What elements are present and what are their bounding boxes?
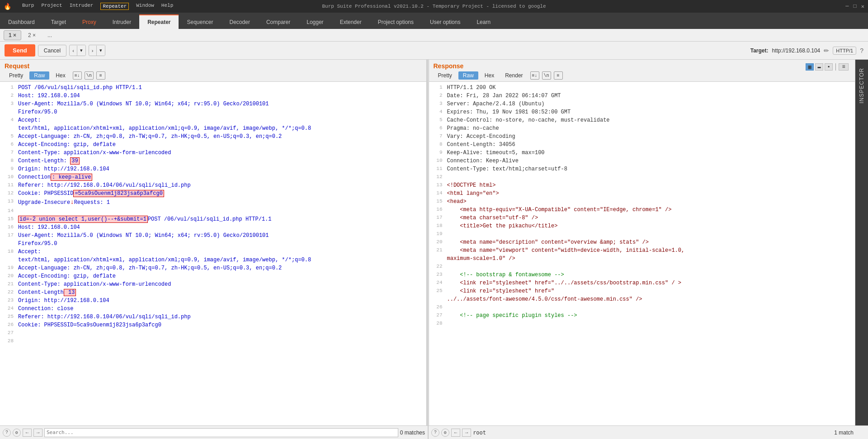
- req-line-20: 20 Accept-Encoding: gzip, deflate: [0, 272, 426, 280]
- request-code-area[interactable]: 1 POST /06/vul/sqli/sqli_id.php HTTP/1.1…: [0, 82, 426, 425]
- send-button[interactable]: Send: [5, 44, 35, 57]
- resp-nav-forward-icon[interactable]: →: [462, 429, 471, 437]
- menu-help[interactable]: Help: [161, 3, 173, 10]
- maximize-button[interactable]: □: [854, 3, 857, 10]
- view-vertical-icon[interactable]: ▪: [825, 63, 833, 71]
- resp-line-15: 15 <head>: [429, 198, 855, 206]
- sub-tab-2[interactable]: 2 ×: [23, 30, 41, 40]
- inspector-panel: INSPECTOR: [855, 60, 868, 425]
- req-line-17: 17 User-Agent: Mozilla/5.0 (Windows NT 1…: [0, 231, 426, 240]
- menu-window[interactable]: Window: [136, 3, 154, 10]
- req-line-10: 10 Connection: keep-alive: [0, 173, 426, 181]
- nav-forward-dropdown-button[interactable]: ▾: [97, 45, 105, 56]
- window-controls: ─ □ ✕: [845, 3, 864, 10]
- target-label: Target:: [750, 47, 769, 54]
- close-button[interactable]: ✕: [861, 3, 864, 10]
- req-nav-forward-icon[interactable]: →: [33, 429, 42, 437]
- request-icon-newline[interactable]: \n: [85, 71, 94, 80]
- response-editor-tabs: Pretty Raw Hex Render ≡↓ \n ≡: [434, 71, 851, 80]
- request-tab-hex[interactable]: Hex: [51, 71, 70, 80]
- cancel-button[interactable]: Cancel: [38, 45, 66, 57]
- response-tab-hex[interactable]: Hex: [480, 71, 499, 80]
- http-version-badge[interactable]: HTTP/1: [833, 47, 856, 55]
- response-tab-raw[interactable]: Raw: [458, 71, 478, 80]
- tab-repeater[interactable]: Repeater: [139, 14, 179, 29]
- req-line-28: 28: [0, 337, 426, 345]
- req-line-4b: text/html, application/xhtml+xml, applic…: [0, 124, 426, 132]
- menu-repeater[interactable]: Repeater: [100, 3, 129, 10]
- response-tab-pretty[interactable]: Pretty: [434, 71, 457, 80]
- request-tab-pretty[interactable]: Pretty: [5, 71, 28, 80]
- req-line-23: 23 Origin: http://192.168.0.104: [0, 297, 426, 305]
- response-tab-render[interactable]: Render: [500, 71, 527, 80]
- resp-line-17: 17 <meta charset="utf-8" />: [429, 214, 855, 222]
- req-line-7: 7 Content-Type: application/x-www-form-u…: [0, 149, 426, 157]
- nav-back-button[interactable]: ‹: [70, 46, 77, 56]
- view-horizontal-icon[interactable]: ▬: [815, 63, 823, 71]
- req-line-17b: Firefox/95.0: [0, 240, 426, 248]
- req-gear-icon[interactable]: ⚙: [13, 429, 21, 437]
- req-line-19: 19 Accept-Language: zh-CN, zh;q=0.8, zh-…: [0, 264, 426, 272]
- resp-line-20: 20 <meta name="description" content="ove…: [429, 238, 855, 246]
- tab-decoder[interactable]: Decoder: [222, 15, 258, 29]
- view-toggle: ▦ ▬ ▪ ≡: [806, 63, 849, 71]
- menu-intruder[interactable]: Intruder: [70, 3, 94, 10]
- tab-logger[interactable]: Logger: [298, 15, 331, 29]
- help-icon[interactable]: ?: [860, 47, 863, 54]
- sub-tab-1[interactable]: 1 ×: [4, 30, 21, 40]
- tab-intruder[interactable]: Intruder: [104, 15, 139, 29]
- resp-help-icon[interactable]: ?: [431, 429, 439, 437]
- tab-project-options[interactable]: Project options: [370, 15, 422, 29]
- resp-line-22: 22: [429, 263, 855, 271]
- req-line-12: 12 Cookie: PHPSESSID=5ca9sOuenm1j823jsa6…: [0, 189, 426, 198]
- req-line-1: 1 POST /06/vul/sqli/sqli_id.php HTTP/1.1: [0, 84, 426, 92]
- request-icon-wrap[interactable]: ≡↓: [73, 71, 82, 80]
- tab-learn[interactable]: Learn: [468, 15, 499, 29]
- inspector-toggle-icon[interactable]: ≡: [839, 63, 849, 71]
- minimize-button[interactable]: ─: [845, 3, 849, 10]
- response-icon-wrap[interactable]: ≡↓: [530, 71, 539, 80]
- menu-burp[interactable]: Burp: [22, 3, 34, 10]
- tab-target[interactable]: Target: [43, 15, 74, 29]
- tab-sequencer[interactable]: Sequencer: [179, 15, 221, 29]
- req-line-14: 14: [0, 207, 426, 215]
- menu-project[interactable]: Project: [41, 3, 62, 10]
- req-line-22: 22 Content-Length 13: [0, 288, 426, 297]
- tab-extender[interactable]: Extender: [332, 15, 370, 29]
- req-nav-back-icon[interactable]: ←: [23, 429, 32, 437]
- target-info: Target: http://192.168.0.104 ✏ HTTP/1 ?: [750, 47, 863, 55]
- request-tab-raw[interactable]: Raw: [29, 71, 49, 80]
- nav-forward-button[interactable]: ›: [89, 46, 97, 56]
- req-help-icon[interactable]: ?: [3, 429, 11, 437]
- tab-proxy[interactable]: Proxy: [74, 15, 104, 29]
- req-line-5: 5 Accept-Language: zh-CN, zh;q=0.8, zh-T…: [0, 132, 426, 141]
- request-panel-header: Request Pretty Raw Hex ≡↓ \n ≡: [0, 60, 426, 82]
- resp-nav-back-icon[interactable]: ←: [451, 429, 460, 437]
- response-title: Response: [434, 62, 464, 70]
- main-nav: Dashboard Target Proxy Intruder Repeater…: [0, 13, 868, 29]
- req-line-15: 15 id=-2 union select 1,user()--+&submit…: [0, 215, 426, 223]
- request-search-input[interactable]: [44, 428, 398, 437]
- req-line-3: 3 User-Agent: Mozilla/5.0 (Windows NT 10…: [0, 100, 426, 108]
- sub-tab-more[interactable]: ...: [42, 30, 57, 40]
- request-icon-menu[interactable]: ≡: [96, 71, 105, 80]
- nav-back-dropdown-button[interactable]: ▾: [77, 45, 85, 56]
- response-icon-menu[interactable]: ≡: [554, 71, 563, 80]
- resp-gear-icon[interactable]: ⚙: [441, 429, 449, 437]
- resp-line-16: 16 <meta http-equiv="X-UA-Compatible" co…: [429, 206, 855, 214]
- resp-line-5: 5 Cache-Control: no-store, no-cache, mus…: [429, 116, 855, 124]
- resp-line-21b: maximum-scale=1.0" />: [429, 255, 855, 263]
- bottom-bar: ? ⚙ ← → 0 matches ? ⚙ ← → root 1 match: [0, 425, 868, 439]
- tab-user-options[interactable]: User options: [422, 15, 468, 29]
- resp-line-9: 9 Keep-Alive: timeout=5, max=100: [429, 149, 855, 157]
- resp-line-14: 14 <html lang="en">: [429, 189, 855, 198]
- tab-dashboard[interactable]: Dashboard: [0, 15, 43, 29]
- response-icon-newline[interactable]: \n: [542, 71, 551, 80]
- edit-target-icon[interactable]: ✏: [824, 47, 829, 54]
- tab-comparer[interactable]: Comparer: [258, 15, 298, 29]
- resp-line-6: 6 Pragma: no-cache: [429, 124, 855, 132]
- view-split-icon[interactable]: ▦: [806, 63, 814, 71]
- response-code-area[interactable]: 1 HTTP/1.1 200 OK 2 Date: Fri, 28 Jan 20…: [429, 82, 855, 425]
- resp-line-7: 7 Vary: Accept-Encoding: [429, 132, 855, 141]
- resp-line-12: 12: [429, 173, 855, 181]
